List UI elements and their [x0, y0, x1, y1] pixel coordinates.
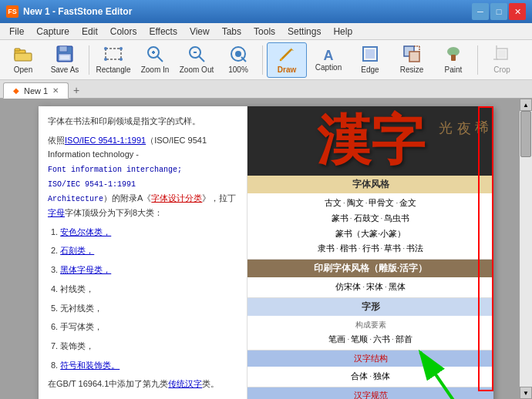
edge-button[interactable]: Edge — [350, 42, 390, 78]
zoom-out-icon — [188, 45, 205, 65]
caption-button[interactable]: A Caption — [308, 42, 348, 78]
print-section: 印刷字体风格（雕版·活字） 仿宋体· 宋体· 黑体 — [247, 260, 493, 298]
font-design-link[interactable]: 字体设计分类 — [151, 193, 202, 203]
caption-label: Caption — [315, 63, 342, 72]
hanzi-bg-chars: 稀夜光 — [433, 106, 493, 112]
zoom-100-icon — [230, 45, 247, 65]
app-icon: FS — [6, 5, 19, 18]
paint-button[interactable]: Paint — [433, 42, 473, 78]
scroll-track[interactable] — [520, 111, 532, 387]
open-button[interactable]: Open — [3, 42, 43, 78]
text-bihua[interactable]: 笔画 — [328, 332, 345, 347]
text-lishu[interactable]: 隶书 — [318, 241, 335, 256]
text-jinwen[interactable]: 金文 — [399, 196, 416, 211]
svg-line-18 — [199, 56, 204, 62]
zoom-in-icon — [146, 45, 163, 65]
text-taowun[interactable]: 陶文 — [347, 196, 364, 211]
rectangle-icon — [104, 45, 123, 65]
text-heiti[interactable]: 黑体 — [389, 280, 406, 295]
draw-button[interactable]: Draw — [267, 42, 307, 78]
text-shufa[interactable]: 书法 — [406, 241, 423, 256]
green-arrow — [409, 344, 470, 399]
menu-help[interactable]: Help — [327, 25, 359, 39]
resize-button[interactable]: Resize — [392, 42, 432, 78]
text-xingshu[interactable]: 行书 — [362, 241, 379, 256]
text-bishun[interactable]: 笔顺 — [351, 332, 368, 347]
zoom-100-label: 100% — [228, 65, 248, 74]
svg-point-11 — [120, 58, 123, 61]
tab-close-button[interactable]: ✕ — [52, 86, 59, 95]
style-content: 古文· 陶文· 甲骨文· 金文 篆书· 石鼓文· 鸟虫书 篆书（大篆·小篆） — [247, 193, 493, 259]
style-row-4: 隶书· 楷书· 行书· 草书· 书法 — [252, 241, 489, 256]
hanzi-header: 稀夜光 漢字 — [247, 106, 493, 176]
scroll-down-button[interactable]: ▼ — [520, 387, 532, 399]
text-niaochongshu[interactable]: 鸟虫书 — [384, 211, 409, 226]
window-controls[interactable]: ─ □ ✕ — [472, 3, 526, 20]
item1-link[interactable]: 安色尔体类， — [60, 227, 111, 236]
zoom-100-button[interactable]: 100% — [218, 42, 258, 78]
zoom-in-button[interactable]: Zoom In — [135, 42, 175, 78]
menu-tools[interactable]: Tools — [247, 25, 281, 39]
crop-icon — [493, 45, 510, 65]
minimize-button[interactable]: ─ — [472, 3, 489, 20]
save-as-button[interactable]: Save As — [45, 42, 85, 78]
iso-link[interactable]: ISO/IEC 9541-1:1991 — [65, 136, 146, 145]
window-title: New 1 - FastStone Editor — [23, 6, 132, 17]
zixing-header: 字形 — [247, 298, 493, 316]
text-heti[interactable]: 合体 — [351, 369, 368, 384]
canvas-area[interactable]: 字体在书法和印刷领域是指文字的式样。 依照ISO/IEC 9541-1:1991… — [0, 99, 532, 399]
style-row-3: 篆书（大篆·小篆） — [252, 226, 489, 242]
print-content: 仿宋体· 宋体· 黑体 — [247, 277, 493, 297]
close-button[interactable]: ✕ — [509, 3, 526, 20]
text-duti[interactable]: 独体 — [373, 369, 390, 384]
title-bar: FS New 1 - FastStone Editor ─ □ ✕ — [0, 0, 532, 23]
scroll-up-button[interactable]: ▲ — [520, 99, 532, 111]
zoom-out-label: Zoom Out — [180, 65, 214, 74]
menu-file[interactable]: File — [3, 25, 30, 39]
text-fangsong[interactable]: 仿宋体 — [335, 280, 361, 295]
item8-link[interactable]: 符号和装饰类。 — [60, 360, 120, 370]
edge-icon — [362, 45, 379, 65]
print-row-1: 仿宋体· 宋体· 黑体 — [252, 280, 489, 295]
resize-label: Resize — [400, 65, 424, 74]
item3-link[interactable]: 黑体字母类， — [60, 265, 111, 274]
zixing-section: 字形 构成要素 笔画· 笔顺· 六书· 部首 — [247, 298, 493, 350]
text-caoshu[interactable]: 草书 — [384, 241, 401, 256]
svg-point-10 — [104, 58, 107, 61]
menu-settings[interactable]: Settings — [281, 25, 327, 39]
menu-edit[interactable]: Edit — [76, 25, 104, 39]
list-item-6: 6. 手写体类， — [48, 320, 237, 334]
maximize-button[interactable]: □ — [490, 3, 507, 20]
list-item-1: 1. 安色尔体类， — [48, 225, 237, 240]
text-zhuanshu[interactable]: 篆书 — [332, 211, 348, 226]
menu-effects[interactable]: Effects — [143, 25, 183, 39]
menu-capture[interactable]: Capture — [30, 25, 76, 39]
menu-colors[interactable]: Colors — [104, 25, 143, 39]
svg-line-15 — [157, 56, 163, 62]
crop-button[interactable]: Crop — [482, 42, 522, 78]
vertical-scrollbar[interactable]: ▲ ▼ — [520, 99, 532, 399]
toolbar-separator-1 — [89, 45, 89, 75]
text-songti[interactable]: 宋体 — [366, 280, 383, 295]
rectangle-button[interactable]: Rectangle — [93, 42, 133, 78]
text-shiguwen[interactable]: 石鼓文 — [354, 211, 379, 226]
text-zhuanshu2[interactable]: 篆书（大篆·小篆） — [335, 226, 406, 242]
list-item-7: 7. 装饰类， — [48, 339, 237, 354]
menu-tabs[interactable]: Tabs — [216, 25, 247, 39]
style-section: 字体风格 古文· 陶文· 甲骨文· 金文 篆书· 石鼓文· 鸟虫书 — [247, 176, 493, 260]
item2-link[interactable]: 石刻类， — [60, 246, 94, 255]
menu-view[interactable]: View — [184, 25, 216, 39]
latin-link[interactable]: 字母 — [48, 208, 65, 217]
paint-label: Paint — [445, 65, 463, 74]
tab-new1[interactable]: ◆ New 1 ✕ — [3, 82, 69, 99]
traditional-link[interactable]: 传统汉字 — [168, 379, 202, 388]
scroll-thumb[interactable] — [520, 111, 531, 157]
add-tab-button[interactable]: + — [69, 82, 84, 98]
text-jiaguwen[interactable]: 甲骨文 — [369, 196, 394, 211]
text-liushu[interactable]: 六书 — [373, 332, 390, 347]
zoom-out-button[interactable]: Zoom Out — [177, 42, 217, 78]
text-kaishu[interactable]: 楷书 — [340, 241, 357, 256]
document: 字体在书法和印刷领域是指文字的式样。 依照ISO/IEC 9541-1:1991… — [39, 106, 493, 399]
toolbar-separator-3 — [477, 45, 478, 75]
text-guwen[interactable]: 古文 — [325, 196, 342, 211]
